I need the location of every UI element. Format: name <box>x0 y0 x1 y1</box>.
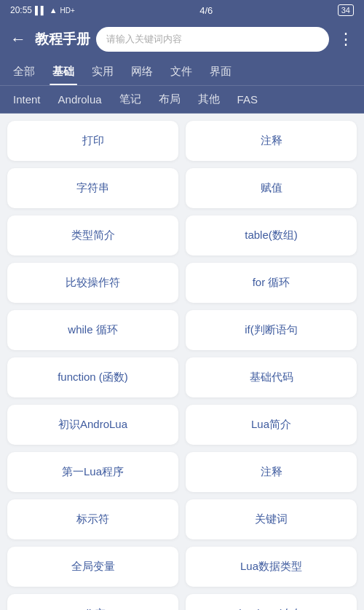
card-8[interactable]: for 循环 <box>186 263 357 303</box>
search-box[interactable]: 请输入关键词内容 <box>96 27 329 52</box>
search-placeholder: 请输入关键词内容 <box>106 33 182 46</box>
card-22[interactable]: boolean(布尔 <box>186 594 357 610</box>
card-label-7: 比较操作符 <box>66 276 120 290</box>
card-15[interactable]: 第一Lua程序 <box>7 452 178 492</box>
card-label-11: function (函数) <box>58 371 128 384</box>
tab-基础[interactable]: 基础 <box>44 58 83 85</box>
card-18[interactable]: 关键词 <box>186 499 357 539</box>
card-label-22: boolean(布尔 <box>239 607 303 610</box>
card-14[interactable]: Lua简介 <box>186 405 357 445</box>
card-16[interactable]: 注释 <box>186 452 357 492</box>
card-label-16: 注释 <box>261 465 282 479</box>
card-7[interactable]: 比较操作符 <box>7 263 178 303</box>
status-time: 20:55 <box>10 5 32 15</box>
card-13[interactable]: 初识AndroLua <box>7 405 178 445</box>
card-label-15: 第一Lua程序 <box>62 465 124 479</box>
card-19[interactable]: 全局变量 <box>7 547 178 587</box>
card-label-6: table(数组) <box>245 229 298 242</box>
tab-全部[interactable]: 全部 <box>4 58 44 85</box>
card-label-9: while 循环 <box>68 323 117 337</box>
card-label-17: 标示符 <box>76 512 109 526</box>
card-5[interactable]: 类型简介 <box>7 215 178 256</box>
card-20[interactable]: Lua数据类型 <box>186 547 357 587</box>
tab-Intent[interactable]: Intent <box>4 87 50 112</box>
tab-界面[interactable]: 界面 <box>201 58 240 85</box>
card-label-3: 字符串 <box>76 181 109 195</box>
tab-row-2: IntentAndrolua笔记布局其他FAS <box>0 86 364 114</box>
card-label-10: if(判断语句 <box>245 323 298 337</box>
tab-笔记[interactable]: 笔记 <box>111 86 150 113</box>
card-label-2: 注释 <box>261 134 282 148</box>
card-9[interactable]: while 循环 <box>7 310 178 350</box>
card-label-14: Lua简介 <box>251 418 291 432</box>
card-label-8: for 循环 <box>253 276 290 290</box>
card-label-4: 赋值 <box>261 181 282 195</box>
card-11[interactable]: function (函数) <box>7 357 178 397</box>
tab-实用[interactable]: 实用 <box>83 58 122 85</box>
tab-布局[interactable]: 布局 <box>150 86 189 113</box>
app-title: 教程手册 <box>35 30 90 49</box>
card-10[interactable]: if(判断语句 <box>186 310 357 350</box>
card-label-19: 全局变量 <box>71 560 115 574</box>
card-17[interactable]: 标示符 <box>7 499 178 539</box>
more-button[interactable]: ⋮ <box>335 28 357 50</box>
tab-Androlua[interactable]: Androlua <box>50 87 111 112</box>
card-label-1: 打印 <box>82 134 104 148</box>
card-21[interactable]: nil 空 <box>7 594 178 610</box>
tab-FAS[interactable]: FAS <box>229 87 266 112</box>
hd-label: HD+ <box>60 7 75 15</box>
wifi-icon: ▲ <box>50 6 58 15</box>
battery-indicator: 34 <box>338 4 354 16</box>
tab-其他[interactable]: 其他 <box>189 86 229 113</box>
tab-网络[interactable]: 网络 <box>122 58 162 85</box>
app-bar: ← 教程手册 请输入关键词内容 ⋮ <box>0 20 364 58</box>
card-label-20: Lua数据类型 <box>240 560 302 574</box>
signal-icon: ▌▌ <box>35 6 47 15</box>
card-label-21: nil 空 <box>80 607 105 610</box>
card-12[interactable]: 基础代码 <box>186 357 357 397</box>
status-bar: 20:55 ▌▌ ▲ HD+ 4/6 34 <box>0 0 364 20</box>
card-label-13: 初识AndroLua <box>58 418 127 432</box>
card-2[interactable]: 注释 <box>186 121 357 161</box>
card-label-5: 类型简介 <box>71 229 115 242</box>
status-left: 20:55 ▌▌ ▲ HD+ <box>10 5 75 15</box>
card-3[interactable]: 字符串 <box>7 168 178 208</box>
tab-文件[interactable]: 文件 <box>162 58 201 85</box>
card-label-18: 关键词 <box>255 512 288 526</box>
back-button[interactable]: ← <box>7 28 29 50</box>
card-4[interactable]: 赋值 <box>186 168 357 208</box>
card-grid: 打印注释字符串赋值类型简介table(数组)比较操作符for 循环while 循… <box>0 114 364 610</box>
page-indicator: 4/6 <box>199 5 213 16</box>
card-6[interactable]: table(数组) <box>186 215 357 256</box>
card-1[interactable]: 打印 <box>7 121 178 161</box>
card-label-12: 基础代码 <box>250 371 293 384</box>
tab-row-1: 全部基础实用网络文件界面 <box>0 58 364 86</box>
